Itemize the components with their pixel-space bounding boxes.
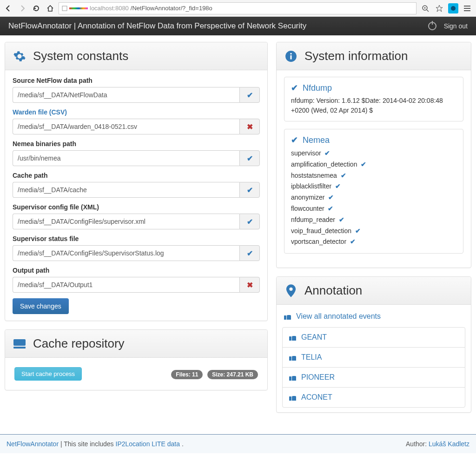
back-button[interactable] [3, 3, 14, 14]
svg-line-2 [427, 10, 429, 12]
nfdump-text: nfdump: Version: 1.6.12 $Date: 2014-04-0… [291, 96, 456, 115]
nemea-module: anonymizer ✔ [291, 192, 456, 203]
nemea-box: ✔ Nemea supervisor ✔amplification_detect… [284, 129, 463, 254]
power-icon[interactable] [428, 22, 436, 30]
check-icon: ✔ [361, 161, 366, 168]
status-error-icon: ✖ [239, 277, 260, 293]
system-constants-panel: System constants Source NetFlow data pat… [5, 42, 268, 321]
check-icon: ✔ [355, 227, 361, 235]
reload-button[interactable] [31, 3, 42, 14]
nemea-module: ipblacklistfilter ✔ [291, 181, 456, 192]
nemea-module: flowcounter ✔ [291, 203, 456, 215]
svg-point-9 [290, 53, 291, 54]
status-ok-icon: ✔ [239, 150, 260, 166]
nemea-module: nfdump_reader ✔ [291, 215, 456, 226]
start-cache-button[interactable]: Start cache process [14, 367, 82, 381]
system-info-panel: System information ✔ Nfdump nfdump: Vers… [276, 42, 471, 268]
nemea-link[interactable]: Nemea [303, 135, 330, 145]
svg-rect-8 [290, 55, 291, 59]
forward-button[interactable] [17, 3, 28, 14]
svg-rect-6 [13, 347, 26, 349]
cache-title: Cache repository [33, 336, 125, 351]
status-ok-icon: ✔ [239, 182, 260, 198]
check-icon: ✔ [291, 83, 298, 93]
home-button[interactable] [45, 3, 56, 14]
info-icon [284, 49, 298, 63]
ip2location-link[interactable]: IP2Location LITE data [116, 440, 180, 448]
constants-field-label: Cache path [13, 172, 260, 179]
constants-field-label: Nemea binaries path [13, 140, 260, 148]
url-bar[interactable]: localhost:8080 /NetFlowAnnotator/?_fid=1… [59, 2, 416, 14]
constants-field-input[interactable] [13, 150, 239, 166]
constants-field-label: Supervisor config file (XML) [13, 203, 260, 211]
menu-icon[interactable] [461, 2, 473, 14]
thumbs-up-icon [284, 313, 291, 320]
check-icon: ✔ [341, 172, 346, 179]
constants-field-label: Output path [13, 267, 260, 274]
nfdump-box: ✔ Nfdump nfdump: Version: 1.6.12 $Date: … [284, 77, 463, 121]
thumbs-up-icon [289, 374, 297, 381]
nemea-module: voip_fraud_detection ✔ [291, 226, 456, 237]
constants-field-label: Supervisor status file [13, 235, 260, 242]
zoom-icon[interactable] [419, 2, 431, 14]
page-icon [62, 6, 67, 11]
nemea-module: amplification_detection ✔ [291, 159, 456, 170]
browser-toolbar: localhost:8080 /NetFlowAnnotator/?_fid=1… [0, 0, 476, 17]
nemea-module: supervisor ✔ [291, 148, 456, 159]
nemea-module: hoststatsnemea ✔ [291, 170, 456, 181]
check-icon: ✔ [339, 216, 344, 223]
annotation-item[interactable]: TELIA [283, 348, 465, 368]
app-title: NetFlowAnnotator | Annotation of NetFlow… [8, 21, 306, 31]
author-label: Author: [406, 440, 429, 448]
sign-out-link[interactable]: Sign out [444, 22, 468, 30]
constants-field-label[interactable]: Warden file (CSV) [13, 108, 260, 116]
url-host: localhost:8080 [90, 5, 129, 12]
extension-icon[interactable] [447, 2, 459, 14]
cache-repository-panel: Cache repository Start cache process Fil… [5, 329, 268, 390]
svg-rect-0 [62, 6, 67, 11]
thumbs-up-icon [289, 334, 297, 341]
annotation-panel: Annotation View all annotated events GEA… [276, 276, 471, 413]
annotation-title: Annotation [304, 283, 362, 298]
footer-brand-link[interactable]: NetFlowAnnotator [7, 440, 59, 448]
thumbs-up-icon [289, 354, 297, 361]
app-header: NetFlowAnnotator | Annotation of NetFlow… [0, 17, 476, 35]
bookmark-star-icon[interactable] [433, 2, 445, 14]
nemea-module: vportscan_detector ✔ [291, 236, 456, 248]
status-ok-icon: ✔ [239, 214, 260, 229]
annotation-item[interactable]: PIONEER [283, 368, 465, 388]
annotation-item[interactable]: GEANT [283, 328, 465, 348]
constants-field-label: Source NetFlow data path [13, 77, 260, 84]
constants-field-input[interactable] [13, 277, 239, 293]
nfdump-link[interactable]: Nfdump [303, 83, 332, 93]
footer-text: | This site includes [60, 440, 116, 448]
cache-stats: Files: 11 Size: 247.21 KB [168, 370, 258, 378]
gear-icon [13, 49, 26, 63]
check-icon: ✔ [328, 205, 333, 212]
constants-field-input[interactable] [13, 182, 239, 198]
check-icon: ✔ [335, 182, 341, 190]
check-icon: ✔ [328, 194, 334, 201]
save-changes-button[interactable]: Save changes [13, 298, 69, 314]
view-all-link[interactable]: View all annotated events [282, 309, 465, 327]
check-icon: ✔ [350, 238, 356, 245]
map-marker-icon [284, 284, 298, 298]
status-ok-icon: ✔ [239, 245, 260, 261]
svg-rect-5 [13, 339, 26, 346]
annotation-item[interactable]: ACONET [283, 388, 465, 407]
url-path: /NetFlowAnnotator/?_fid=198o [131, 5, 212, 12]
author-link[interactable]: Lukáš Kadletz [429, 440, 469, 448]
files-badge: Files: 11 [171, 370, 203, 379]
constants-field-input[interactable] [13, 214, 239, 229]
favicon-strip [69, 7, 88, 9]
constants-field-input[interactable] [13, 119, 239, 134]
check-icon: ✔ [324, 149, 330, 157]
thumbs-up-icon [289, 394, 297, 401]
constants-field-input[interactable] [13, 87, 239, 103]
check-icon: ✔ [291, 135, 298, 145]
status-error-icon: ✖ [239, 119, 260, 134]
constants-field-input[interactable] [13, 245, 239, 261]
hdd-icon [13, 337, 26, 351]
footer: NetFlowAnnotator | This site includes IP… [0, 434, 476, 453]
sysinfo-title: System information [304, 49, 408, 63]
